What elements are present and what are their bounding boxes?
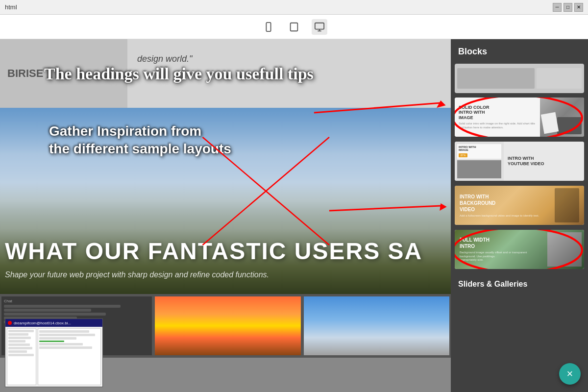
title-filename: html [5, 3, 17, 11]
close-button[interactable]: ✕ [574, 3, 583, 12]
chat-left-panel [7, 328, 36, 385]
block-intro-bg-video[interactable]: INTRO WITHBACKGROUNDVIDEO Add a fullscre… [455, 186, 584, 225]
block1-text-area: SOLID COLORINTRO WITHIMAGE Solid color i… [455, 98, 540, 137]
block2-title: INTRO WITHYOUTUBE VIDEO [508, 156, 580, 167]
block3-person-image [555, 188, 579, 222]
svg-rect-2 [291, 23, 298, 31]
block1-image-area [540, 98, 584, 137]
block-intro-youtube[interactable]: INTRO WITHIMAGE BTN INTRO WITHYOUTUBE VI… [455, 142, 584, 181]
tablet-view-button[interactable] [286, 19, 302, 35]
site-subtext: Shape your future web project with sharp… [5, 270, 451, 279]
blocks-panel: Blocks SOLID COLORINTRO WITHIMAGE Solid … [451, 39, 588, 392]
chat-title-text: dreampifcom@host014.cbox.bi... [14, 321, 71, 325]
sky-section: Gather Inspiration from the different sa… [0, 108, 451, 294]
chat-content [5, 327, 102, 387]
block2-preview-area: INTRO WITHIMAGE BTN [455, 142, 504, 181]
block2-text-area: INTRO WITHYOUTUBE VIDEO [504, 142, 584, 181]
block2-inner-preview: INTRO WITHIMAGE BTN [457, 144, 501, 159]
chat-title-bar: dreampifcom@host014.cbox.bi... [5, 319, 102, 327]
svg-rect-0 [266, 22, 270, 31]
maximize-button[interactable]: □ [564, 3, 572, 12]
main-layout: BIRISE design world." The headings will … [0, 39, 588, 392]
preview-area: BIRISE design world." The headings will … [0, 39, 451, 392]
annotation-heading-2: Gather Inspiration from the different sa… [49, 122, 231, 158]
svg-rect-4 [315, 23, 324, 29]
chat-main-panel [38, 328, 101, 385]
block2-inner-btn: BTN [459, 153, 467, 157]
desktop-view-button[interactable] [312, 19, 327, 35]
thumb-sunset [155, 296, 300, 355]
title-bar: html ─ □ ✕ [0, 0, 588, 15]
minimize-button[interactable]: ─ [553, 3, 562, 12]
block4-image [547, 232, 582, 267]
sliders-section-title: Sliders & Galleries [451, 274, 588, 293]
site-quote: design world." [137, 54, 192, 64]
site-main-heading: WHAT OUR FANTASTIC USERS SA [0, 238, 451, 265]
chat-icon [8, 321, 12, 325]
block-full-width-intro[interactable]: FULL WIDTHINTRO Background image usually… [455, 230, 584, 269]
site-logo: BIRISE [0, 39, 127, 108]
site-header: BIRISE design world." [0, 39, 451, 108]
mobile-view-button[interactable] [261, 19, 276, 35]
thumb-sky [304, 296, 449, 355]
thumb-chat-label: Chat [4, 299, 149, 303]
chat-window[interactable]: dreampifcom@host014.cbox.bi... [5, 318, 103, 387]
block1-title: SOLID COLORINTRO WITHIMAGE [459, 105, 536, 121]
block1-thumbnail: SOLID COLORINTRO WITHIMAGE Solid color i… [455, 98, 584, 137]
block-solid-color-intro[interactable]: SOLID COLORINTRO WITHIMAGE Solid color i… [455, 98, 584, 137]
block2-inner-title: INTRO WITHIMAGE [459, 146, 500, 151]
fab-close-button[interactable]: × [559, 363, 581, 385]
device-toolbar [0, 15, 588, 39]
window-controls[interactable]: ─ □ ✕ [553, 3, 583, 12]
blocks-panel-title: Blocks [451, 39, 588, 62]
block4-thumbnail: FULL WIDTHINTRO Background image usually… [455, 230, 584, 269]
block2-thumbnail: INTRO WITHIMAGE BTN INTRO WITHYOUTUBE VI… [455, 142, 584, 181]
block3-thumbnail: INTRO WITHBACKGROUNDVIDEO Add a fullscre… [455, 186, 584, 225]
laptop-icon [557, 117, 582, 134]
block1-desc: Solid color intro with image on the righ… [459, 122, 536, 130]
